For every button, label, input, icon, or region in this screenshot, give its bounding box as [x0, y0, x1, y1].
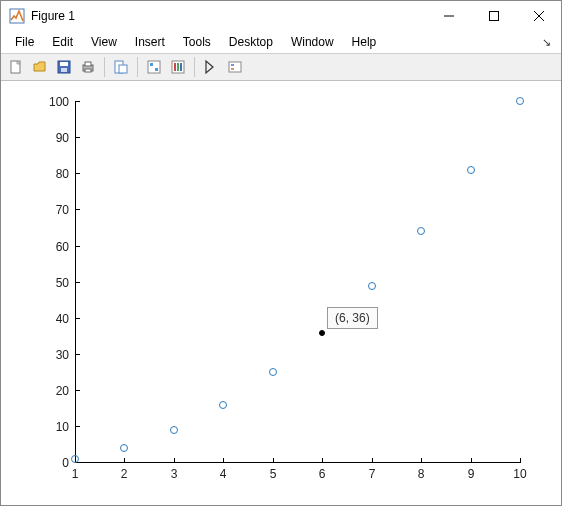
- ytick-mark: [75, 173, 80, 174]
- ytick-mark: [75, 390, 80, 391]
- xtick-mark: [124, 458, 125, 463]
- data-point[interactable]: [219, 401, 227, 409]
- data-tip[interactable]: (6, 36): [327, 307, 378, 329]
- xtick-mark: [174, 458, 175, 463]
- xtick-label: 2: [109, 467, 139, 481]
- xtick-label: 4: [208, 467, 238, 481]
- toolbar-separator: [137, 57, 138, 77]
- data-point[interactable]: [516, 97, 524, 105]
- menu-help[interactable]: Help: [344, 33, 385, 51]
- titlebar: Figure 1: [1, 1, 561, 31]
- ytick-label: 80: [39, 167, 69, 181]
- data-point[interactable]: [368, 282, 376, 290]
- print-preview-button[interactable]: [110, 56, 132, 78]
- svg-rect-13: [119, 65, 127, 73]
- data-point[interactable]: [417, 227, 425, 235]
- ytick-label: 70: [39, 203, 69, 217]
- xtick-mark: [520, 458, 521, 463]
- xtick-mark: [421, 458, 422, 463]
- menu-edit[interactable]: Edit: [44, 33, 81, 51]
- ytick-label: 60: [39, 240, 69, 254]
- ytick-mark: [75, 426, 80, 427]
- menu-insert[interactable]: Insert: [127, 33, 173, 51]
- menu-desktop[interactable]: Desktop: [221, 33, 281, 51]
- ytick-label: 100: [39, 95, 69, 109]
- minimize-button[interactable]: [426, 2, 471, 31]
- menubar: File Edit View Insert Tools Desktop Wind…: [1, 31, 561, 53]
- ytick-mark: [75, 246, 80, 247]
- data-point[interactable]: [269, 368, 277, 376]
- menu-tools[interactable]: Tools: [175, 33, 219, 51]
- data-point[interactable]: [467, 166, 475, 174]
- dock-arrow-icon[interactable]: ↘: [542, 36, 555, 49]
- maximize-button[interactable]: [471, 2, 516, 31]
- data-point-selected[interactable]: [319, 330, 325, 336]
- link-plot-button[interactable]: [143, 56, 165, 78]
- xtick-label: 5: [258, 467, 288, 481]
- xtick-label: 10: [505, 467, 535, 481]
- toolbar-separator: [104, 57, 105, 77]
- xtick-label: 3: [159, 467, 189, 481]
- xtick-label: 1: [60, 467, 90, 481]
- svg-rect-14: [148, 61, 160, 73]
- toolbar-separator: [194, 57, 195, 77]
- svg-rect-20: [180, 63, 182, 71]
- save-button[interactable]: [53, 56, 75, 78]
- xtick-label: 9: [456, 467, 486, 481]
- close-button[interactable]: [516, 2, 561, 31]
- ytick-label: 30: [39, 348, 69, 362]
- svg-rect-7: [60, 62, 68, 66]
- colorbar-button[interactable]: [167, 56, 189, 78]
- xtick-mark: [223, 458, 224, 463]
- svg-rect-19: [177, 63, 179, 71]
- edit-plot-button[interactable]: [200, 56, 222, 78]
- xtick-label: 8: [406, 467, 436, 481]
- ytick-mark: [75, 137, 80, 138]
- ytick-mark: [75, 282, 80, 283]
- menu-view[interactable]: View: [83, 33, 125, 51]
- svg-rect-10: [85, 62, 91, 66]
- ytick-label: 90: [39, 131, 69, 145]
- svg-rect-8: [61, 68, 67, 72]
- xtick-label: 6: [307, 467, 337, 481]
- new-figure-button[interactable]: [5, 56, 27, 78]
- data-tip-text: (6, 36): [335, 311, 370, 325]
- insert-legend-button[interactable]: [224, 56, 246, 78]
- ytick-label: 10: [39, 420, 69, 434]
- xtick-mark: [322, 458, 323, 463]
- data-point[interactable]: [120, 444, 128, 452]
- svg-rect-21: [229, 62, 241, 72]
- menu-window[interactable]: Window: [283, 33, 342, 51]
- ytick-mark: [75, 354, 80, 355]
- svg-rect-11: [85, 69, 91, 72]
- window-title: Figure 1: [31, 9, 426, 23]
- axes-frame: [75, 101, 520, 463]
- menu-file[interactable]: File: [7, 33, 42, 51]
- ytick-mark: [75, 318, 80, 319]
- open-button[interactable]: [29, 56, 51, 78]
- xtick-mark: [372, 458, 373, 463]
- svg-rect-15: [150, 63, 153, 66]
- data-point[interactable]: [170, 426, 178, 434]
- ytick-mark: [75, 101, 80, 102]
- data-point[interactable]: [71, 455, 79, 463]
- xtick-mark: [273, 458, 274, 463]
- ytick-label: 50: [39, 276, 69, 290]
- ytick-mark: [75, 209, 80, 210]
- xtick-label: 7: [357, 467, 387, 481]
- ytick-label: 20: [39, 384, 69, 398]
- svg-rect-16: [155, 68, 158, 71]
- axes[interactable]: 0 10 20 30 40 50 60 70 80 90 100 1 2 3 4…: [1, 81, 561, 505]
- xtick-mark: [471, 458, 472, 463]
- svg-rect-2: [489, 12, 498, 21]
- toolbar: [1, 53, 561, 81]
- matlab-icon: [9, 8, 25, 24]
- ytick-label: 40: [39, 312, 69, 326]
- svg-rect-18: [174, 63, 176, 71]
- print-button[interactable]: [77, 56, 99, 78]
